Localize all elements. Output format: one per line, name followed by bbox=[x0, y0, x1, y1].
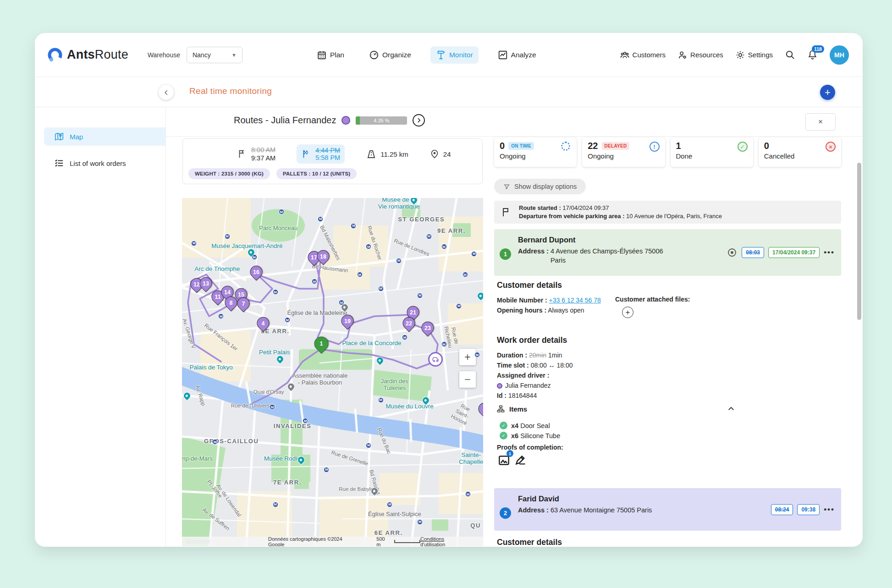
status-card-delayed[interactable]: 22DELAYED Ongoing ! bbox=[582, 137, 665, 167]
items-icon bbox=[497, 405, 505, 413]
top-bar: AntsRoute Warehouse Nancy ▼ Plan Organiz… bbox=[35, 33, 863, 77]
route-progress-label: 4.35 % bbox=[356, 116, 407, 125]
end-planned: 4:44 PM bbox=[315, 147, 340, 154]
sidebar-map-label: Map bbox=[70, 133, 83, 141]
items-section-header: Items bbox=[497, 405, 735, 413]
metro-icon: M bbox=[441, 341, 447, 347]
warehouse-select[interactable]: Nancy ▼ bbox=[187, 47, 242, 63]
nav-resources[interactable]: Resources bbox=[677, 50, 723, 60]
app-window: AntsRoute Warehouse Nancy ▼ Plan Organiz… bbox=[35, 33, 863, 547]
metro-icon: M bbox=[324, 467, 329, 473]
flag-icon bbox=[501, 207, 512, 218]
assigned-driver-label: Assigned driver : bbox=[497, 372, 549, 379]
zoom-in-button[interactable]: + bbox=[459, 349, 476, 365]
add-button[interactable]: + bbox=[820, 85, 835, 100]
status-card-cancelled[interactable]: 0 Cancelled × bbox=[759, 137, 841, 167]
tab-plan[interactable]: Plan bbox=[311, 46, 350, 64]
customers-icon bbox=[620, 50, 630, 60]
sub-header: Real time monitoring + bbox=[35, 77, 863, 107]
logo-icon bbox=[47, 47, 63, 63]
pin-icon bbox=[429, 149, 440, 159]
show-display-options-button[interactable]: Show display options bbox=[494, 179, 586, 194]
avatar[interactable]: MH bbox=[830, 45, 849, 65]
stop-card-farid-david[interactable]: 2 Farid David Address : 63 Avenue Montai… bbox=[494, 488, 841, 531]
back-button[interactable] bbox=[159, 85, 174, 100]
metro-icon: M bbox=[456, 303, 462, 309]
notification-count-badge: 118 bbox=[812, 45, 824, 53]
stop-address: 4 Avenue des Champs-Élysées 75006 Paris bbox=[551, 247, 665, 265]
metro-icon: M bbox=[426, 234, 432, 239]
notifications-button[interactable]: 118 bbox=[807, 49, 818, 60]
sidebar: Map List of work orders bbox=[35, 107, 166, 547]
tab-organize[interactable]: Organize bbox=[363, 46, 417, 64]
antsroute-logo[interactable]: AntsRoute bbox=[47, 47, 128, 63]
tab-monitor[interactable]: Monitor bbox=[430, 46, 479, 64]
item-check-icon: ✓ bbox=[500, 432, 507, 440]
customer-details-heading: Customer details bbox=[497, 280, 562, 290]
collapse-items-button[interactable] bbox=[727, 405, 735, 413]
nav-settings[interactable]: Settings bbox=[735, 50, 773, 60]
status-card-ontime[interactable]: 0ON TIME Ongoing bbox=[494, 137, 577, 167]
start-times: 8:00 AM9:37 AM bbox=[237, 146, 275, 162]
route-started-value: 17/04/2024 09:37 bbox=[562, 204, 609, 211]
mobile-number-link[interactable]: +33 6 12 34 56 78 bbox=[549, 297, 601, 304]
spinner-icon bbox=[561, 142, 572, 153]
photo-proof-button[interactable]: 1 bbox=[498, 454, 510, 467]
metro-icon: M bbox=[474, 352, 480, 357]
target-icon[interactable] bbox=[727, 247, 738, 258]
end-times: 4:44 PM5:58 PM bbox=[297, 144, 345, 164]
customer-details-heading-2: Customer details bbox=[497, 538, 562, 547]
metro-icon: M bbox=[270, 404, 275, 410]
zoom-out-button[interactable]: − bbox=[459, 371, 476, 388]
utility-nav: Customers Resources Settings 118 MH bbox=[620, 45, 849, 65]
stop-number-badge: 2 bbox=[500, 507, 511, 519]
close-panel-button[interactable]: × bbox=[805, 113, 836, 131]
map-canvas[interactable]: + − Google Données cartographiques ©2024… bbox=[182, 198, 483, 546]
stop-menu-button[interactable]: ••• bbox=[824, 248, 835, 257]
map-zoom-controls: + − bbox=[459, 349, 476, 388]
departure-value: 10 Avenue de l'Opéra, Paris, France bbox=[626, 213, 722, 220]
start-actual: 9:37 AM bbox=[251, 154, 275, 162]
stop-card-bernard-dupont[interactable]: 1 Bernard Dupont Address : 4 Avenue des … bbox=[494, 229, 841, 276]
resources-icon bbox=[677, 50, 688, 60]
add-file-button[interactable]: + bbox=[622, 307, 633, 318]
signpost-icon bbox=[436, 50, 446, 60]
logo-text: AntsRoute bbox=[67, 48, 128, 62]
map-attribution: Données cartographiques ©2024 Google bbox=[268, 536, 358, 547]
actual-time-badge: 17/04/2024 09:37 bbox=[768, 247, 820, 258]
map-terms-link[interactable]: Conditions d'utilisation bbox=[420, 536, 469, 547]
status-card-done[interactable]: 1 Done ✓ bbox=[671, 137, 753, 167]
signature-proof-button[interactable] bbox=[515, 454, 527, 467]
tab-analyze[interactable]: Analyze bbox=[492, 46, 542, 64]
next-route-button[interactable] bbox=[413, 114, 425, 126]
stop-address: 63 Avenue Montaigne 75005 Paris bbox=[551, 506, 652, 515]
photo-count-badge: 1 bbox=[507, 450, 513, 457]
route-started-box: Route started : 17/04/2024 09:37 Departu… bbox=[494, 201, 841, 224]
panel-scrollbar[interactable] bbox=[857, 163, 861, 320]
stop-menu-button[interactable]: ••• bbox=[824, 505, 835, 514]
sidebar-item-map[interactable]: Map bbox=[44, 127, 165, 146]
metro-icon: M bbox=[463, 272, 468, 277]
stops-stat: 24 bbox=[429, 149, 451, 159]
chevron-up-icon bbox=[727, 405, 735, 413]
warehouse-value: Nancy bbox=[193, 51, 211, 59]
search-button[interactable] bbox=[785, 49, 795, 60]
planned-time-badge: 08:03 bbox=[742, 247, 764, 258]
metro-icon: M bbox=[417, 293, 423, 298]
warehouse-label: Warehouse bbox=[148, 51, 180, 59]
work-order-id-row: Id : 18164844 bbox=[497, 392, 537, 399]
nav-customers[interactable]: Customers bbox=[620, 50, 666, 60]
metro-icon: M bbox=[366, 443, 371, 448]
metro-icon: M bbox=[273, 289, 278, 295]
vehicle-marker[interactable] bbox=[428, 352, 443, 367]
driver-color-dot bbox=[341, 116, 350, 125]
road-icon bbox=[366, 148, 377, 159]
timeslot-row: Time slot : 08:00 ↔ 18:00 bbox=[497, 362, 573, 369]
chevron-down-icon: ▼ bbox=[231, 52, 237, 58]
weight-badge: WEIGHT : 2315 / 3000 (KG) bbox=[188, 168, 270, 179]
metro-icon: M bbox=[218, 313, 224, 319]
mobile-number-row: Mobile Number : +33 6 12 34 56 78 bbox=[497, 297, 601, 304]
sidebar-item-work-orders[interactable]: List of work orders bbox=[44, 154, 165, 172]
filter-icon bbox=[503, 183, 510, 190]
cancel-circle-icon: × bbox=[826, 142, 837, 153]
